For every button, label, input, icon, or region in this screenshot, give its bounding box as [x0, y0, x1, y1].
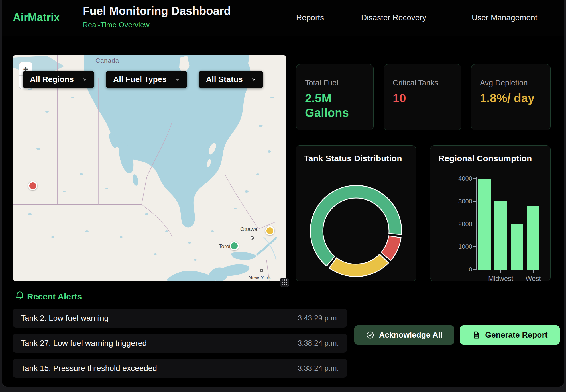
alert-message: Tank 27: Low fuel warning triggered [21, 339, 147, 348]
donut-chart-title: Tank Status Distribution [304, 154, 402, 163]
donut-segment-critical [381, 236, 401, 261]
y-tick [473, 269, 476, 270]
tank-marker-normal[interactable] [230, 241, 239, 250]
stat-label: Critical Tanks [393, 79, 453, 87]
alert-message: Tank 2: Low fuel warning [21, 314, 109, 323]
stat-value: 10 [393, 91, 453, 105]
status-filter-dropdown[interactable]: All Status [199, 71, 263, 88]
map-resize-handle[interactable] [280, 278, 289, 287]
bar-0 [478, 179, 491, 270]
alert-time: 3:33:24 p.m. [298, 364, 339, 373]
nav-disaster-recovery[interactable]: Disaster Recovery [361, 13, 426, 22]
tank-status-donut-chart [296, 146, 416, 281]
y-tick-label: 2000 [452, 220, 472, 228]
chevron-down-icon [251, 77, 256, 82]
generate-report-label: Generate Report [485, 330, 547, 340]
stat-label: Avg Depletion [480, 79, 542, 87]
alert-row[interactable]: Tank 27: Low fuel warning triggered 3:38… [13, 334, 347, 353]
stat-card-critical-tanks: Critical Tanks 10 [384, 64, 461, 130]
dashboard-container: AirMatrix Fuel Monitoring Dashboard Real… [2, 0, 564, 387]
page-title: Fuel Monitoring Dashboard [83, 5, 231, 17]
circle-check-icon [366, 331, 374, 339]
city-label-new-york: New York [248, 275, 271, 281]
chevron-down-icon [175, 77, 180, 82]
x-tick [500, 270, 501, 273]
alert-row[interactable]: Tank 2: Low fuel warning 3:43:29 p.m. [13, 309, 347, 328]
y-tick-label: 1000 [452, 243, 472, 250]
map-art [13, 55, 286, 281]
ottawa-poi-dot [251, 236, 254, 240]
page-subtitle: Real-Time Overview [83, 21, 150, 29]
document-icon [472, 331, 481, 339]
stat-value: 2.5M Gallons [305, 91, 365, 120]
recent-alerts-title: Recent Alerts [27, 292, 82, 301]
alert-message: Tank 15: Pressure threshold exceeded [21, 364, 157, 373]
y-tick-label: 3000 [452, 198, 472, 205]
bell-icon [15, 291, 25, 301]
tank-marker-critical[interactable] [28, 181, 37, 190]
new-york-poi-square [260, 269, 263, 272]
regional-consumption-card: Regional Consumption 01000200030004000Mi… [430, 145, 551, 281]
bar-1 [494, 201, 507, 270]
generate-report-button[interactable]: Generate Report [460, 325, 560, 345]
y-tick [473, 178, 476, 179]
y-tick [473, 224, 476, 224]
tank-marker-warning[interactable] [265, 226, 274, 235]
alert-row[interactable]: Tank 15: Pressure threshold exceeded 3:3… [13, 359, 347, 378]
map[interactable]: Canada OttawaTorontoNew York + − All Reg… [13, 55, 286, 281]
map-country-label: Canada [95, 57, 119, 64]
donut-segment-warning [329, 254, 389, 277]
acknowledge-all-label: Acknowledge All [379, 330, 443, 340]
bar-3 [527, 206, 539, 270]
y-axis [476, 177, 477, 270]
y-tick-label: 0 [452, 266, 472, 273]
stat-card-total-fuel: Total Fuel 2.5M Gallons [296, 64, 374, 130]
stat-card-avg-depletion: Avg Depletion 1.8%/ day [471, 64, 551, 130]
stat-label: Total Fuel [305, 79, 365, 87]
bar-2 [511, 224, 523, 270]
regional-consumption-bar-chart: 01000200030004000MidwestWest [430, 146, 551, 281]
region-filter-dropdown[interactable]: All Regions [23, 71, 94, 88]
fuel-type-filter-value: All Fuel Types [113, 75, 167, 84]
fuel-type-filter-dropdown[interactable]: All Fuel Types [106, 71, 187, 88]
alert-time: 3:43:29 p.m. [298, 314, 339, 322]
y-tick [473, 201, 476, 202]
y-tick [473, 246, 476, 247]
stat-value: 1.8%/ day [480, 91, 542, 105]
tank-status-card: Tank Status Distribution [296, 145, 416, 281]
y-tick-label: 4000 [452, 175, 472, 182]
acknowledge-all-button[interactable]: Acknowledge All [354, 325, 454, 345]
city-label-ottawa: Ottawa [240, 226, 257, 232]
brand-logo: AirMatrix [13, 11, 60, 24]
header: AirMatrix Fuel Monitoring Dashboard Real… [2, 0, 564, 36]
x-tick [533, 270, 534, 273]
chevron-down-icon [82, 77, 87, 82]
alert-time: 3:38:24 p.m. [298, 339, 339, 348]
nav-user-management[interactable]: User Management [472, 13, 537, 22]
x-tick-label: West [516, 275, 550, 281]
region-filter-value: All Regions [30, 75, 74, 84]
map-filters: All Regions All Fuel Types All Status [23, 71, 263, 88]
nav-reports[interactable]: Reports [296, 13, 324, 22]
x-tick-label: Midwest [484, 275, 518, 281]
status-filter-value: All Status [206, 75, 243, 84]
